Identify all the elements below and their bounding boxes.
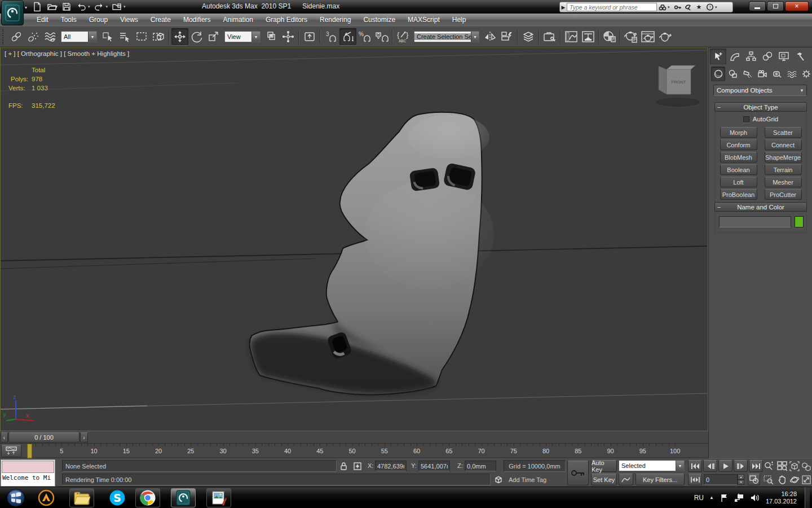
viewport-label[interactable]: [ + ] [ Orthographic ] [ Smooth + Highli… <box>5 50 129 57</box>
category-dropdown[interactable]: Compound Objects▼ <box>713 85 807 96</box>
spinner-snap-icon[interactable] <box>373 28 390 45</box>
viewport-orthographic[interactable]: FRONT LEFT z y x [ + ] [ Orthographic ] … <box>0 47 708 431</box>
project-caret-icon[interactable]: ▾ <box>123 5 126 9</box>
default-tangents-button[interactable] <box>619 474 633 485</box>
application-menu-button[interactable] <box>1 1 24 25</box>
favorites-star-icon[interactable]: ★ <box>694 2 704 12</box>
undo-icon[interactable] <box>76 2 87 12</box>
menu-help[interactable]: Help <box>446 14 473 26</box>
search-binoculars-icon[interactable] <box>657 2 668 12</box>
object-type-morph[interactable]: Morph <box>720 127 757 138</box>
bind-to-space-warp-icon[interactable] <box>42 28 59 45</box>
goto-start-button[interactable] <box>688 460 702 472</box>
object-type-shapemerge[interactable]: ShapeMerge <box>765 152 802 163</box>
x-coord-input[interactable] <box>375 461 407 471</box>
y-coord-input[interactable] <box>418 461 450 471</box>
help-caret-icon[interactable]: ▾ <box>715 5 720 10</box>
menu-views[interactable]: Views <box>114 14 144 26</box>
time-slider[interactable]: 0 / 100 <box>8 432 80 443</box>
subcat-spacewarps[interactable] <box>784 67 798 81</box>
select-and-manipulate-icon[interactable] <box>280 28 297 45</box>
keyboard-shortcut-override-icon[interactable] <box>301 28 318 45</box>
select-and-scale-icon[interactable] <box>205 28 222 45</box>
taskbar-3dsmax-active[interactable] <box>171 488 196 507</box>
curve-editor-icon[interactable] <box>563 28 580 45</box>
taskbar-chrome[interactable] <box>135 488 160 507</box>
time-slider-next-button[interactable]: › <box>80 432 88 443</box>
zoom-button[interactable] <box>762 460 775 472</box>
pan-button[interactable] <box>776 474 788 485</box>
reference-coordsys-combo[interactable]: View▼ <box>224 31 261 42</box>
key-filters-button[interactable]: Key Filters... <box>636 474 685 485</box>
project-folder-icon[interactable] <box>111 2 122 12</box>
layer-manager-icon[interactable]: 2 <box>520 28 537 45</box>
select-and-move-icon[interactable] <box>171 28 188 45</box>
angle-snap-icon[interactable] <box>339 28 356 45</box>
tab-hierarchy[interactable] <box>743 49 759 64</box>
menu-maxscript[interactable]: MAXScript <box>401 14 446 26</box>
maximize-viewport-toggle-button[interactable] <box>800 474 812 485</box>
menu-group[interactable]: Group <box>83 14 114 26</box>
restore-button[interactable] <box>767 1 784 11</box>
z-coord-input[interactable] <box>465 461 496 471</box>
search-caret-icon[interactable]: ▾ <box>668 5 672 10</box>
maxscript-listener-output[interactable]: Welcome to Mi <box>2 474 54 485</box>
zoom-extents-button[interactable] <box>788 460 800 472</box>
viewcube[interactable]: FRONT LEFT <box>655 48 700 107</box>
tray-network-icon[interactable] <box>734 493 744 502</box>
open-mini-curve-editor-button[interactable] <box>1 445 21 457</box>
select-object-icon[interactable] <box>99 28 116 45</box>
object-type-blobmesh[interactable]: BlobMesh <box>720 152 757 163</box>
container-icon[interactable] <box>541 28 558 45</box>
tab-modify[interactable] <box>726 49 743 64</box>
subscription-key-icon[interactable] <box>672 2 683 12</box>
object-type-conform[interactable]: Conform <box>720 139 757 150</box>
open-file-icon[interactable] <box>46 2 58 12</box>
viewport-canvas[interactable]: FRONT LEFT z y x <box>1 48 708 431</box>
previous-frame-button[interactable] <box>703 460 717 472</box>
rollout-collapse-icon[interactable]: − <box>715 204 723 211</box>
unlink-selection-icon[interactable] <box>25 28 42 45</box>
save-file-icon[interactable] <box>61 2 72 12</box>
show-desktop-button[interactable] <box>805 487 810 508</box>
object-type-boolean[interactable]: Boolean <box>720 164 757 175</box>
select-by-name-icon[interactable] <box>116 28 133 45</box>
track-bar-ruler[interactable]: 0510152025303540455055606570758085909510… <box>0 444 708 458</box>
zoom-all-button[interactable] <box>776 460 788 472</box>
new-scene-icon[interactable] <box>32 2 43 12</box>
help-icon[interactable]: ? <box>704 2 715 12</box>
subcat-cameras[interactable] <box>755 67 769 81</box>
rollout-collapse-icon[interactable]: − <box>715 104 723 111</box>
menu-edit[interactable]: Edit <box>30 14 55 26</box>
selection-lock-icon[interactable] <box>338 461 349 471</box>
rendered-frame-window-icon[interactable] <box>639 28 656 45</box>
time-configuration-button[interactable] <box>748 474 760 485</box>
tray-hidden-icons-icon[interactable]: ▲ <box>709 495 714 500</box>
application-menu-caret-icon[interactable]: ▾ <box>25 5 27 10</box>
menu-modifiers[interactable]: Modifiers <box>177 14 217 26</box>
snaps-toggle-icon[interactable]: 3 <box>323 28 339 45</box>
menu-tools[interactable]: Tools <box>55 14 83 26</box>
mirror-icon[interactable] <box>482 28 498 45</box>
menu-animation[interactable]: Animation <box>217 14 259 26</box>
named-selection-sets-icon[interactable]: {}ABC <box>395 28 412 45</box>
object-type-proboolean[interactable]: ProBoolean <box>720 189 757 200</box>
subcat-shapes[interactable] <box>726 67 740 81</box>
absolute-offset-toggle-icon[interactable] <box>351 461 364 471</box>
auto-key-button[interactable]: Auto Key <box>591 460 617 472</box>
taskbar-aimp[interactable] <box>34 488 59 507</box>
orbit-button[interactable] <box>788 474 800 485</box>
redo-icon[interactable] <box>94 2 105 12</box>
key-mode-combo[interactable]: Selected▼ <box>619 460 685 471</box>
time-tag-cube-icon[interactable] <box>493 474 504 485</box>
tab-utilities[interactable] <box>792 49 808 64</box>
schematic-view-icon[interactable] <box>580 28 597 45</box>
infocenter-arrow-icon[interactable]: ▶ <box>560 5 567 10</box>
taskbar-paint[interactable] <box>206 488 231 507</box>
subcat-systems[interactable] <box>799 67 812 81</box>
play-button[interactable] <box>718 460 732 472</box>
select-and-rotate-icon[interactable] <box>188 28 205 45</box>
infocenter-search-input[interactable] <box>567 3 657 11</box>
set-key-button[interactable]: Set Key <box>591 474 617 485</box>
seat-model[interactable] <box>250 112 494 395</box>
